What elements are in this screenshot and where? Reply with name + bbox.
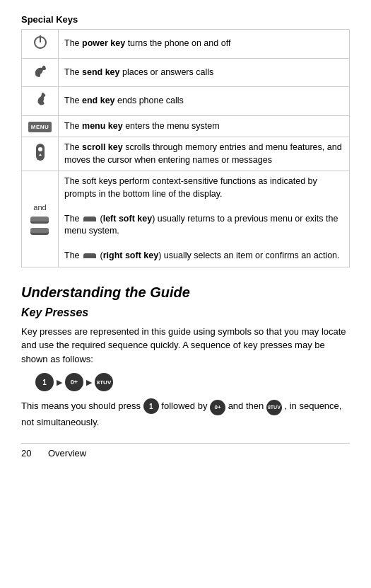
softkeys-text-right: The (right soft key) usually selects an … xyxy=(64,250,340,260)
softkeys-description: The soft keys perform context-sensitive … xyxy=(59,171,350,267)
table-row: The send key places or answers calls xyxy=(22,58,350,87)
table-row: The power key turns the phone on and off xyxy=(22,30,350,59)
menu-icon: MENU xyxy=(28,122,52,132)
key-presses-heading: Key Presses xyxy=(21,306,350,319)
end-key-description: The end key ends phone calls xyxy=(59,87,350,116)
understanding-heading: Understanding the Guide xyxy=(21,284,350,301)
send-key-description: The send key places or answers calls xyxy=(59,58,350,87)
key-badge-inline-3: 8TUV xyxy=(266,400,282,415)
send-icon xyxy=(33,71,48,81)
softkeys-icon-cell: and xyxy=(22,171,59,267)
power-icon xyxy=(33,42,48,52)
table-row: and The soft keys perform context-sensit… xyxy=(22,171,350,267)
key-badge-3: 8TUV xyxy=(95,373,113,391)
body-text2-part1: This means you should press xyxy=(21,400,141,411)
key-badge-inline-2: 0+ xyxy=(210,400,225,415)
footer: 20 Overview xyxy=(21,443,350,459)
key-badge-2: 0+ xyxy=(65,373,83,391)
menu-key-icon-cell: MENU xyxy=(22,115,59,137)
end-icon xyxy=(33,99,48,109)
svg-point-3 xyxy=(38,147,42,151)
scroll-key-icon-cell xyxy=(22,137,59,171)
key-sequence-display: 1 ▶ 0+ ▶ 8TUV xyxy=(35,373,350,391)
section-title: Special Keys xyxy=(21,14,350,25)
body-text2-part2: followed by xyxy=(161,400,210,411)
svg-rect-2 xyxy=(36,144,45,161)
and-label: and xyxy=(33,202,46,213)
softkeys-text-left: The (left soft key) usually returns to a… xyxy=(64,214,338,236)
key-badge-inline-1: 1 xyxy=(143,398,159,414)
power-key-icon-cell xyxy=(22,30,59,59)
svg-rect-6 xyxy=(30,217,49,221)
body-text2-part3: and then xyxy=(228,400,266,411)
key-badge-1: 1 xyxy=(35,373,54,391)
key-seq-separator-2: ▶ xyxy=(86,378,92,387)
body-text-2: This means you should press 1 followed b… xyxy=(21,398,350,429)
softkeys-text-intro: The soft keys perform context-sensitive … xyxy=(64,176,317,199)
svg-rect-8 xyxy=(30,228,49,233)
special-keys-table: The power key turns the phone on and off… xyxy=(21,29,350,267)
table-row: MENU The menu key enters the menu system xyxy=(22,115,350,137)
table-row: The scroll key scrolls through memory en… xyxy=(22,137,350,171)
send-key-icon-cell xyxy=(22,58,59,87)
footer-page-number: 20 xyxy=(21,448,42,459)
footer-section-label: Overview xyxy=(48,448,86,459)
table-row: The end key ends phone calls xyxy=(22,87,350,116)
key-seq-separator-1: ▶ xyxy=(57,378,62,387)
body-text: Key presses are represented in this guid… xyxy=(21,325,350,367)
menu-key-description: The menu key enters the menu system xyxy=(59,115,350,137)
power-key-description: The power key turns the phone on and off xyxy=(59,30,350,59)
scroll-key-description: The scroll key scrolls through memory en… xyxy=(59,137,350,171)
scroll-icon xyxy=(34,154,47,164)
end-key-icon-cell xyxy=(22,87,59,116)
